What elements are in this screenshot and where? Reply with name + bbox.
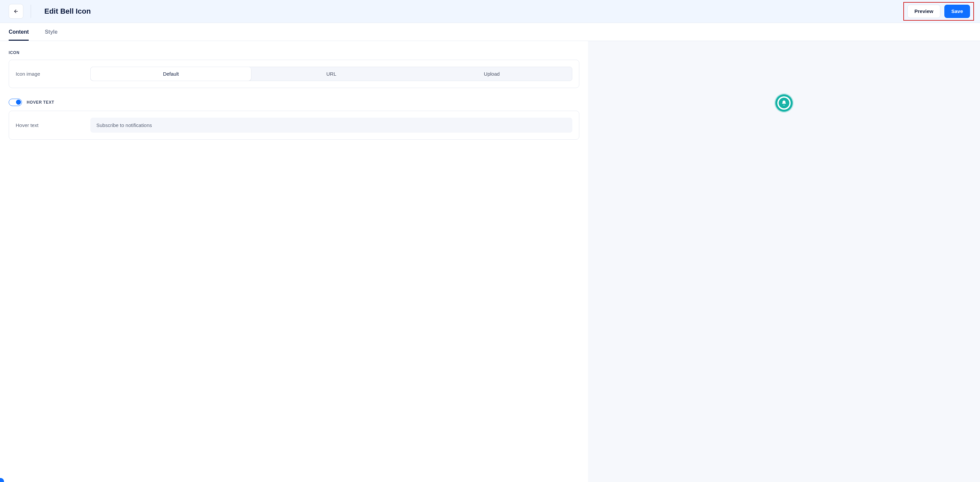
tab-content[interactable]: Content [9, 23, 29, 41]
preview-pane [588, 41, 980, 482]
icon-section-header: ICON [9, 50, 579, 55]
tab-style[interactable]: Style [45, 23, 57, 41]
hover-section-header: HOVER TEXT [27, 100, 54, 105]
toggle-knob [16, 100, 21, 105]
body: ICON Icon image Default URL Upload HOVER… [0, 41, 980, 482]
segment-url[interactable]: URL [251, 67, 411, 81]
page-header: Edit Bell Icon Preview Save [0, 0, 980, 23]
hover-text-label: Hover text [16, 122, 82, 128]
hover-text-toggle[interactable] [9, 99, 22, 106]
page-title: Edit Bell Icon [45, 7, 91, 16]
icon-image-label: Icon image [16, 71, 82, 77]
segment-default[interactable]: Default [91, 67, 251, 81]
icon-image-segmented: Default URL Upload [90, 67, 572, 81]
arrow-left-icon [13, 9, 19, 14]
hover-card: Hover text [9, 111, 579, 140]
header-left: Edit Bell Icon [9, 4, 91, 19]
hover-text-input[interactable] [90, 118, 572, 133]
preview-button[interactable]: Preview [907, 5, 940, 18]
bell-icon [781, 100, 787, 106]
back-button[interactable] [9, 4, 23, 19]
hover-toggle-row: HOVER TEXT [9, 99, 579, 106]
icon-card: Icon image Default URL Upload [9, 60, 579, 88]
save-button[interactable]: Save [944, 5, 970, 18]
form-pane: ICON Icon image Default URL Upload HOVER… [0, 41, 588, 482]
bell-preview [775, 94, 793, 112]
bell-preview-disc [779, 98, 789, 108]
app-root: Edit Bell Icon Preview Save Content Styl… [0, 0, 980, 482]
tabs-bar: Content Style [0, 23, 980, 41]
bell-preview-ring [777, 96, 791, 110]
segment-upload[interactable]: Upload [412, 67, 572, 81]
actions-highlight: Preview Save [903, 2, 974, 21]
header-right: Preview Save [903, 5, 971, 18]
